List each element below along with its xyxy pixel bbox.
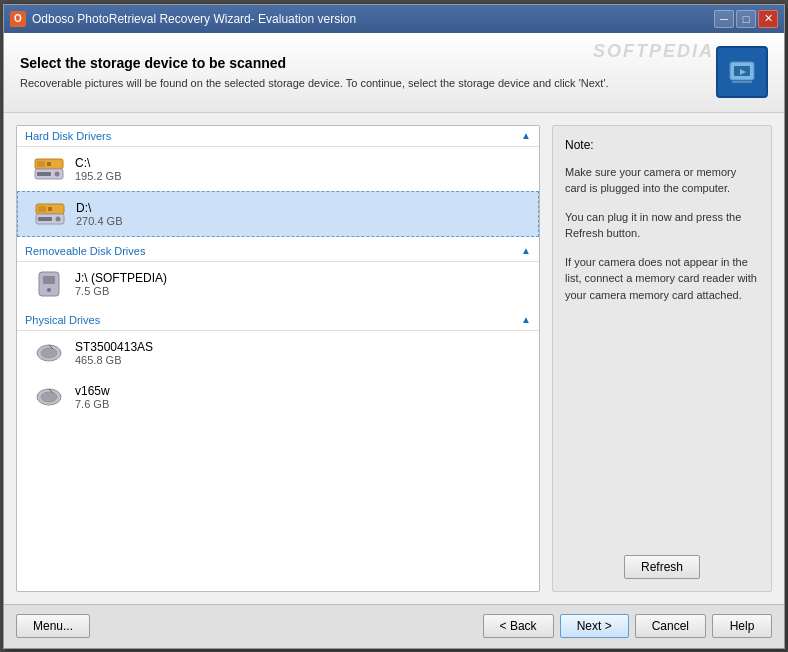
- hard-disk-group-header[interactable]: Hard Disk Drivers ▲: [17, 126, 539, 147]
- removable-group: Removeable Disk Drives ▲ J:\ (SOFTPEDIA): [17, 241, 539, 306]
- d-drive-icon: [34, 198, 66, 230]
- c-drive-letter: C:\: [75, 156, 529, 170]
- content-area: Hard Disk Drivers ▲: [4, 113, 784, 604]
- st-drive-icon: [33, 337, 65, 369]
- v165w-drive-item[interactable]: v165w 7.6 GB: [17, 375, 539, 419]
- close-button[interactable]: ✕: [758, 10, 778, 28]
- j-drive-letter: J:\ (SOFTPEDIA): [75, 271, 529, 285]
- maximize-button[interactable]: □: [736, 10, 756, 28]
- help-button[interactable]: Help: [712, 614, 772, 638]
- hard-disk-group: Hard Disk Drivers ▲: [17, 126, 539, 237]
- note-panel: Note: Make sure your camera or memory ca…: [552, 125, 772, 592]
- st-drive-size: 465.8 GB: [75, 354, 529, 366]
- v165w-drive-size: 7.6 GB: [75, 398, 529, 410]
- svg-point-23: [41, 392, 57, 402]
- footer: Menu... < Back Next > Cancel Help: [4, 604, 784, 648]
- j-drive-size: 7.5 GB: [75, 285, 529, 297]
- header-icon: [716, 46, 768, 98]
- v165w-drive-icon: [33, 381, 65, 413]
- physical-collapse-arrow: ▲: [521, 314, 531, 325]
- j-drive-info: J:\ (SOFTPEDIA) 7.5 GB: [75, 271, 529, 297]
- d-drive-letter: D:\: [76, 201, 528, 215]
- svg-point-12: [56, 216, 61, 221]
- window-title: Odboso PhotoRetrieval Recovery Wizard- E…: [32, 12, 356, 26]
- note-label: Note:: [565, 138, 759, 152]
- hard-disk-label: Hard Disk Drivers: [25, 130, 111, 142]
- d-drive-size: 270.4 GB: [76, 215, 528, 227]
- footer-left: Menu...: [16, 614, 90, 638]
- removable-svg: [33, 270, 65, 298]
- svg-point-6: [55, 171, 60, 176]
- svg-rect-15: [48, 207, 52, 211]
- svg-rect-9: [47, 162, 51, 166]
- refresh-button[interactable]: Refresh: [624, 555, 700, 579]
- c-drive-item[interactable]: C:\ 195.2 GB: [17, 147, 539, 191]
- c-drive-info: C:\ 195.2 GB: [75, 156, 529, 182]
- c-drive-icon: [33, 153, 65, 185]
- title-controls: ─ □ ✕: [714, 10, 778, 28]
- d-drive-info: D:\ 270.4 GB: [76, 201, 528, 227]
- softpedia-watermark: SOFTPEDIA: [593, 41, 714, 62]
- hdd-svg: [33, 155, 65, 183]
- svg-point-18: [47, 288, 51, 292]
- st-drive-info: ST3500413AS 465.8 GB: [75, 340, 529, 366]
- j-drive-item[interactable]: J:\ (SOFTPEDIA) 7.5 GB: [17, 262, 539, 306]
- j-drive-icon: [33, 268, 65, 300]
- svg-point-20: [41, 348, 57, 358]
- svg-rect-8: [37, 161, 45, 167]
- hdd-svg-2: [34, 200, 66, 228]
- next-button[interactable]: Next >: [560, 614, 629, 638]
- c-drive-size: 195.2 GB: [75, 170, 529, 182]
- svg-rect-17: [43, 276, 55, 284]
- st-drive-item[interactable]: ST3500413AS 465.8 GB: [17, 331, 539, 375]
- physical-group-header[interactable]: Physical Drives ▲: [17, 310, 539, 331]
- recovery-icon: [726, 56, 758, 88]
- note-line-2: You can plug it in now and press the Ref…: [565, 209, 759, 242]
- drive-list-panel: Hard Disk Drivers ▲: [16, 125, 540, 592]
- note-line-1: Make sure your camera or memory card is …: [565, 164, 759, 197]
- removable-label: Removeable Disk Drives: [25, 245, 145, 257]
- note-line-3: If your camera does not appear in the li…: [565, 254, 759, 304]
- d-drive-item[interactable]: D:\ 270.4 GB: [17, 191, 539, 237]
- minimize-button[interactable]: ─: [714, 10, 734, 28]
- header-subtitle: Recoverable pictures will be found on th…: [20, 77, 716, 89]
- removable-group-header[interactable]: Removeable Disk Drives ▲: [17, 241, 539, 262]
- svg-rect-13: [38, 217, 52, 221]
- physical-svg: [33, 339, 65, 367]
- st-drive-letter: ST3500413AS: [75, 340, 529, 354]
- hard-disk-collapse-arrow: ▲: [521, 130, 531, 141]
- header-banner: SOFTPEDIA Select the storage device to b…: [4, 33, 784, 113]
- back-button[interactable]: < Back: [483, 614, 554, 638]
- app-icon: O: [10, 11, 26, 27]
- menu-button[interactable]: Menu...: [16, 614, 90, 638]
- main-window: O Odboso PhotoRetrieval Recovery Wizard-…: [3, 4, 785, 649]
- svg-rect-7: [37, 172, 51, 176]
- title-bar: O Odboso PhotoRetrieval Recovery Wizard-…: [4, 5, 784, 33]
- footer-right: < Back Next > Cancel Help: [483, 614, 772, 638]
- physical-svg-2: [33, 383, 65, 411]
- physical-label: Physical Drives: [25, 314, 100, 326]
- physical-group: Physical Drives ▲ ST3500413AS 465.8: [17, 310, 539, 419]
- v165w-drive-info: v165w 7.6 GB: [75, 384, 529, 410]
- removable-collapse-arrow: ▲: [521, 245, 531, 256]
- svg-rect-14: [38, 206, 46, 212]
- v165w-drive-letter: v165w: [75, 384, 529, 398]
- title-bar-left: O Odboso PhotoRetrieval Recovery Wizard-…: [10, 11, 356, 27]
- cancel-button[interactable]: Cancel: [635, 614, 706, 638]
